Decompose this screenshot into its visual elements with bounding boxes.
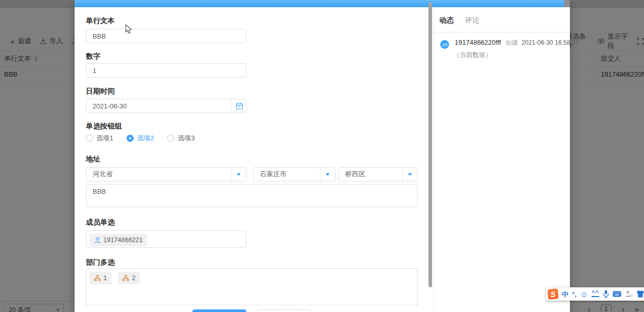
radio-group-label: 单选按钮组	[86, 122, 122, 130]
field-datetime: 日期时间	[86, 87, 115, 95]
activity-entry: 19 19174866220fff创建2021-06-30 16:58:35 （…	[440, 39, 566, 60]
activity-time: 2021-06-30 16:58:35	[522, 39, 579, 46]
activity-panel: 动态 评论 19 19174866220fff创建2021-06-30 16:5…	[434, 7, 570, 312]
activity-entry-line: 19174866220fff创建2021-06-30 16:58:35	[455, 39, 566, 47]
chevron-down-icon	[402, 168, 417, 181]
person-icon	[94, 237, 101, 244]
number-label: 数字	[86, 52, 100, 60]
radio-option-3-label: 选项3	[177, 134, 194, 143]
record-detail-modal: 单行文本 数字 日期时间 7 单选按钮组	[75, 0, 570, 312]
activity-panel-tabs: 动态 评论	[439, 16, 479, 25]
form-scrollbar-thumb[interactable]	[428, 3, 432, 287]
sogou-logo-icon[interactable]: S	[547, 288, 558, 299]
department-chip[interactable]: 1	[90, 272, 112, 284]
keyboard-icon	[613, 291, 621, 297]
org-chart-icon	[94, 275, 101, 281]
field-address: 地址	[86, 155, 100, 162]
tabs-divider	[434, 32, 570, 32]
avatar: 19	[440, 40, 449, 49]
calendar-button[interactable]: 7	[231, 99, 246, 113]
modal-scrollbar-corner[interactable]	[564, 0, 570, 7]
address-detail-textarea[interactable]: BBB	[86, 184, 418, 207]
ime-emoticon-button[interactable]: ^^	[592, 291, 599, 297]
field-number: 数字	[86, 52, 100, 60]
ime-keyboard-button[interactable]	[613, 291, 621, 297]
person-card-icon	[625, 290, 633, 298]
ime-handwriting-button[interactable]	[625, 290, 633, 298]
ime-punctuation-button[interactable]: °,	[572, 288, 577, 301]
department-chip-label: 1	[103, 274, 107, 282]
tab-comments[interactable]: 评论	[465, 16, 479, 25]
department-chip-label: 2	[132, 274, 135, 282]
tab-activity[interactable]: 动态	[439, 16, 454, 25]
ime-smiley-button[interactable]: ☺	[580, 288, 588, 301]
confirm-button[interactable]	[192, 309, 246, 312]
activity-action: 创建	[506, 39, 518, 46]
radio-option-2-label: 选项2	[137, 134, 154, 143]
datetime-input[interactable]	[86, 99, 246, 113]
city-value: 石家庄市	[254, 170, 320, 179]
radio-circle-icon	[167, 135, 174, 142]
single-text-label: 单行文本	[86, 17, 115, 24]
calendar-icon: 7	[236, 102, 243, 110]
ime-microphone-button[interactable]	[603, 290, 609, 298]
province-value: 河北省	[86, 170, 231, 179]
department-chip[interactable]: 2	[118, 272, 140, 284]
radio-circle-icon	[127, 135, 134, 142]
ime-toolbar: S 中 °, ☺ ^^	[546, 287, 644, 301]
radio-option-1[interactable]: 选项1	[86, 134, 113, 143]
member-picker[interactable]: 19174866221	[86, 230, 246, 248]
modal-header-bar	[75, 0, 570, 7]
field-radio-group: 单选按钮组	[86, 122, 122, 130]
district-value: 桥西区	[339, 170, 402, 179]
radio-option-1-label: 选项1	[96, 134, 113, 143]
radio-group: 选项1 选项2 选项3	[86, 134, 195, 143]
radio-option-2[interactable]: 选项2	[127, 134, 154, 143]
cancel-button[interactable]	[257, 309, 312, 312]
radio-circle-icon	[86, 135, 93, 142]
datetime-label: 日期时间	[86, 87, 115, 95]
province-select[interactable]: 河北省	[86, 167, 246, 181]
activity-note: （当前数据）	[453, 51, 566, 60]
ime-skin-button[interactable]	[636, 290, 644, 298]
modal-form: 单行文本 数字 日期时间 7 单选按钮组	[75, 7, 434, 312]
chevron-down-icon	[231, 168, 246, 181]
member-chip-label: 19174866221	[103, 236, 142, 244]
address-label: 地址	[86, 155, 100, 162]
tshirt-icon	[636, 290, 644, 298]
chevron-down-icon	[320, 168, 335, 181]
single-text-input[interactable]	[86, 29, 246, 43]
member-label: 成员单选	[86, 218, 115, 226]
field-single-text: 单行文本	[86, 17, 115, 24]
datetime-picker: 7	[86, 99, 246, 113]
microphone-icon	[603, 290, 609, 298]
modal-footer-buttons	[86, 309, 418, 312]
svg-text:7: 7	[238, 105, 240, 108]
radio-option-3[interactable]: 选项3	[167, 134, 194, 143]
ime-language-mode-button[interactable]: 中	[562, 288, 568, 301]
org-chart-icon	[122, 275, 129, 281]
district-select[interactable]: 桥西区	[338, 167, 418, 181]
activity-user: 19174866220fff	[455, 39, 501, 46]
department-label: 部门多选	[86, 259, 115, 266]
address-selects: 河北省 石家庄市 桥西区	[86, 167, 418, 181]
member-chip[interactable]: 19174866221	[90, 234, 147, 246]
city-select[interactable]: 石家庄市	[253, 167, 335, 181]
field-department: 部门多选	[86, 259, 115, 266]
field-member: 成员单选	[86, 218, 115, 226]
number-input[interactable]	[86, 63, 246, 78]
department-picker[interactable]: 1 2	[86, 268, 418, 305]
